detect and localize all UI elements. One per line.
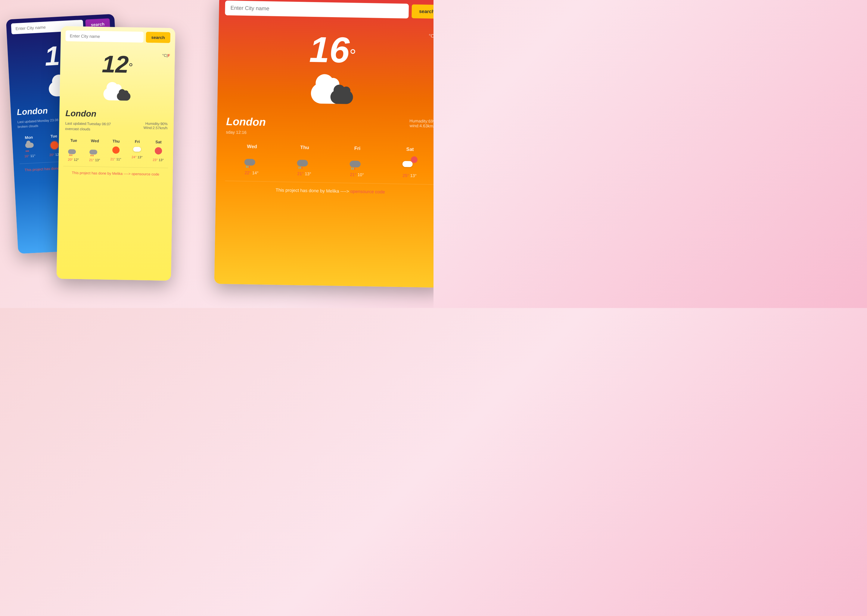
- forecast-day-0: Mon 16° 11°: [16, 134, 43, 159]
- last-updated-orange: sday 12:16: [226, 130, 265, 135]
- city-name-orange: London: [226, 115, 266, 129]
- forecast-orange: Wed 22° 14° Thu 21°: [216, 137, 434, 184]
- temp-value-orange: 16: [309, 29, 350, 70]
- humidity-cream: Humidity:90% Wind:2.57km/h: [143, 121, 168, 133]
- condition-blue: broken clouds: [17, 123, 59, 129]
- temp-display-cream: °C|F 12°: [60, 46, 175, 81]
- search-btn-orange[interactable]: search: [412, 4, 434, 19]
- footer-cream: This project has done by Melika ----> op…: [58, 167, 173, 181]
- forecast-temps-0: 16° 11°: [17, 153, 43, 158]
- forecast-day-orange-2: Fri 21° 10°: [331, 145, 384, 178]
- search-bar-cream: search: [60, 26, 175, 47]
- unit-toggle-orange: °C|F: [429, 33, 434, 39]
- forecast-cream: Tue 20° 12° Wed 21°: [58, 133, 173, 168]
- forecast-day-cream-2: Thu 21° 11°: [105, 139, 127, 162]
- footer-orange: This project has done by Melika ----> op…: [216, 181, 434, 201]
- card-cream: search °C|F 12° London Last updated:Tues…: [57, 26, 175, 281]
- forecast-day-cream-4: Sat 23° 13°: [148, 140, 169, 163]
- footer-link-cream[interactable]: opensource code: [132, 172, 159, 176]
- condition-cream: overcast clouds: [65, 127, 111, 132]
- city-info-cream: London Last updated:Tuesday 06:07 overca…: [59, 104, 174, 135]
- weather-icon-orange: [218, 69, 434, 113]
- search-btn-cream[interactable]: search: [146, 32, 170, 43]
- temp-display-orange: °C|F 16°: [218, 20, 434, 72]
- unit-f-cream[interactable]: F: [168, 53, 170, 58]
- forecast-day-cream-0: Tue 20° 12°: [63, 138, 85, 162]
- forecast-day-orange-1: Thu 21° 13°: [278, 145, 331, 176]
- forecast-day-cream-3: Fri 24° 13°: [126, 139, 148, 163]
- temp-value-cream: 12: [102, 50, 129, 78]
- forecast-label-0: Mon: [16, 134, 41, 140]
- city-name-cream: London: [65, 108, 168, 120]
- footer-link-orange[interactable]: opensource code: [350, 189, 385, 194]
- unit-toggle-cream: °C|F: [162, 53, 170, 58]
- search-input-orange[interactable]: [225, 1, 409, 19]
- city-info-orange: London sday 12:16 Humadity:69% wind:4.63…: [217, 109, 434, 141]
- last-updated-cream: Last updated:Tuesday 06:07: [65, 121, 111, 126]
- humidity-orange: Humadity:69% wind:4.63km/h: [410, 118, 434, 129]
- card-orange: search °C|F 16° London sday 12:16 Humadi…: [214, 0, 434, 288]
- forecast-day-orange-3: Sat 25° 13°: [383, 146, 434, 178]
- forecast-day-orange-0: Wed 22° 14°: [225, 143, 279, 176]
- forecast-day-cream-1: Wed 21° 13°: [84, 138, 106, 162]
- weather-icon-cream: [60, 79, 174, 106]
- search-input-cream[interactable]: [65, 30, 143, 43]
